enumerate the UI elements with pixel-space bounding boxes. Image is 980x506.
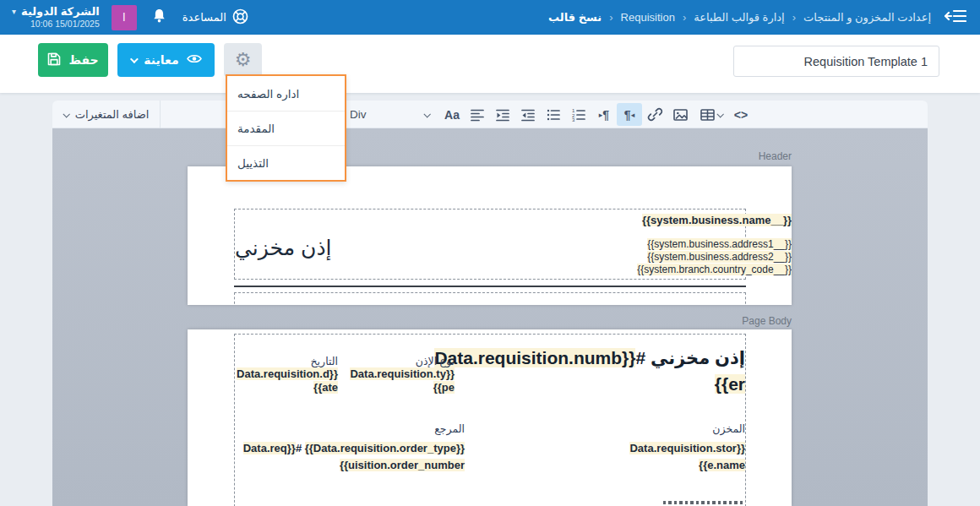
help-label: المساعدة	[182, 11, 226, 24]
help-button[interactable]: المساعدة	[182, 8, 248, 27]
editor-canvas: Header {{system.business.name__}} {{syst…	[52, 128, 928, 506]
variable-requisition-date-wrap: {{ate	[313, 381, 338, 394]
insert-link-button[interactable]	[642, 101, 667, 128]
image-icon	[672, 107, 689, 122]
breadcrumb-item-inventory-settings[interactable]: إعدادت المخزون و المنتجات	[803, 11, 931, 24]
breadcrumb-item-print-templates[interactable]: إدارة قوالب الطباعة	[694, 11, 784, 24]
bell-icon	[152, 8, 166, 27]
menu-item-header[interactable]: المقدمة	[227, 111, 345, 145]
header-page[interactable]: {{system.business.name__}} {{system.busi…	[188, 166, 792, 305]
editor-toolbar: اضافه المتغيرات Div Aa	[52, 101, 928, 128]
body-title-line2: {{er	[715, 374, 745, 394]
breadcrumb: إعدادت المخزون و المنتجات ‹ إدارة قوالب …	[548, 11, 931, 24]
variable-requisition-type-wrap: {{pe	[433, 381, 455, 394]
variable-requisition-ref: Data.req}}	[243, 442, 296, 454]
type-label: نوع الإذن	[416, 355, 455, 367]
preview-label: معاينة	[144, 53, 178, 67]
insert-table-button[interactable]	[693, 101, 728, 128]
action-bar: حفظ معاينة ⚙	[0, 35, 980, 93]
title-separator: #	[635, 348, 651, 367]
datetime-label: 10:06 15/01/2025	[30, 19, 100, 30]
align-button[interactable]	[465, 101, 490, 128]
header-doc-title: إذن مخزني	[235, 236, 332, 260]
settings-dropdown-menu: اداره الصفحه المقدمة التذييل	[226, 74, 346, 182]
body-section-label: Page Body	[742, 315, 792, 327]
page-settings-button[interactable]: ⚙	[224, 43, 262, 77]
breadcrumb-separator-icon: ‹	[609, 11, 612, 24]
header-divider-line	[234, 286, 746, 287]
gear-icon: ⚙	[235, 51, 252, 69]
code-icon: <>	[734, 108, 748, 122]
add-variables-dropdown[interactable]: اضافه المتغيرات	[52, 101, 161, 128]
menu-item-footer[interactable]: التذييل	[227, 145, 345, 180]
notifications-button[interactable]	[149, 8, 171, 27]
svg-text:3: 3	[572, 117, 575, 122]
bullet-list-button[interactable]	[541, 101, 566, 128]
store-label: المخزن	[712, 422, 745, 435]
variable-requisition-type: Data.requisition.ty}}	[350, 367, 455, 380]
chevron-down-icon	[130, 55, 139, 63]
paragraph-rtl-icon: ¶◂	[624, 108, 634, 122]
variable-requisition-number-wrap: {{er	[715, 374, 745, 394]
outdent-button[interactable]	[515, 101, 541, 128]
numbered-list-button[interactable]: 1 2 3	[566, 101, 591, 128]
eye-icon	[187, 53, 202, 67]
numbered-list-icon: 1 2 3	[571, 107, 586, 122]
lifebuoy-icon	[232, 8, 248, 27]
save-label: حفظ	[68, 53, 98, 67]
top-navbar: إعدادت المخزون و المنتجات ‹ إدارة قوالب …	[0, 0, 980, 35]
breadcrumb-item-requisition[interactable]: Requisition	[621, 11, 675, 24]
bullet-list-icon	[546, 107, 561, 122]
variable-branch-country-code: {{system.branch.country_code__}}	[637, 264, 792, 275]
paragraph-ltr-button[interactable]: ▸¶	[591, 101, 617, 128]
font-size-icon: Aa	[444, 108, 460, 122]
sidebar-collapse-button[interactable]	[943, 8, 968, 28]
header-section-label: Header	[759, 150, 792, 162]
chevron-down-icon	[716, 111, 723, 117]
font-size-button[interactable]: Aa	[439, 101, 465, 128]
link-icon	[647, 106, 663, 122]
chevron-down-icon	[423, 111, 430, 117]
preview-button[interactable]: معاينة	[117, 43, 215, 77]
floppy-disk-icon	[47, 52, 61, 68]
variable-order-number-wrap: {{uisition.order_number	[340, 459, 465, 471]
date-label: التاريخ	[311, 355, 338, 367]
indent-button[interactable]	[490, 101, 515, 128]
add-variables-label: اضافه المتغيرات	[75, 108, 150, 121]
chevron-down-icon	[63, 111, 69, 117]
variable-business-address1: {{system.business.address1__}}	[647, 238, 792, 250]
variable-business-name: {{system.business.name__}}	[642, 214, 792, 226]
indent-icon	[495, 107, 510, 122]
breadcrumb-item-copy-template: نسخ قالب	[548, 11, 602, 24]
outdent-icon	[520, 107, 536, 122]
header-lower-box	[234, 292, 746, 305]
menu-collapse-icon	[945, 8, 966, 27]
ref-separator: #	[296, 442, 305, 454]
variable-requisition-store: Data.requisition.stor}}	[629, 442, 745, 454]
save-button[interactable]: حفظ	[38, 43, 108, 77]
company-name: الشركة الدولية	[21, 5, 100, 19]
company-switcher[interactable]: الشركة الدولية ▾ 10:06 15/01/2025	[12, 5, 100, 29]
template-editor: اضافه المتغيرات Div Aa	[52, 101, 928, 506]
paragraph-format-dropdown[interactable]: Div	[346, 101, 433, 128]
user-avatar-badge[interactable]: ا	[112, 5, 137, 30]
paragraph-rtl-button[interactable]: ¶◂	[617, 103, 642, 126]
menu-item-page-management[interactable]: اداره الصفحه	[227, 76, 345, 111]
table-icon	[700, 107, 716, 122]
template-name-input[interactable]	[733, 46, 939, 77]
paragraph-format-value: Div	[350, 108, 367, 121]
align-icon	[470, 107, 485, 122]
insert-image-button[interactable]	[667, 101, 693, 128]
variable-requisition-date: Data.requisition.d}}	[237, 367, 338, 380]
clipped-text-row	[663, 501, 743, 504]
variable-requisition-store-wrap: {{e.name	[699, 459, 745, 471]
toolbar-icons: Aa	[439, 101, 754, 128]
code-view-button[interactable]: <>	[728, 101, 754, 128]
body-doc-title: إذن مخزني	[651, 348, 745, 367]
variable-order-type: {{Data.requisition.order_type}}	[305, 442, 465, 454]
caret-down-icon: ▾	[12, 7, 16, 17]
breadcrumb-separator-icon: ‹	[683, 11, 686, 24]
variable-requisition-number: Data.requisition.numb}}	[434, 348, 635, 367]
body-page[interactable]: Data.requisition.numb}}# إذن مخزني {{er …	[188, 329, 792, 506]
paragraph-ltr-icon: ▸¶	[599, 108, 609, 122]
